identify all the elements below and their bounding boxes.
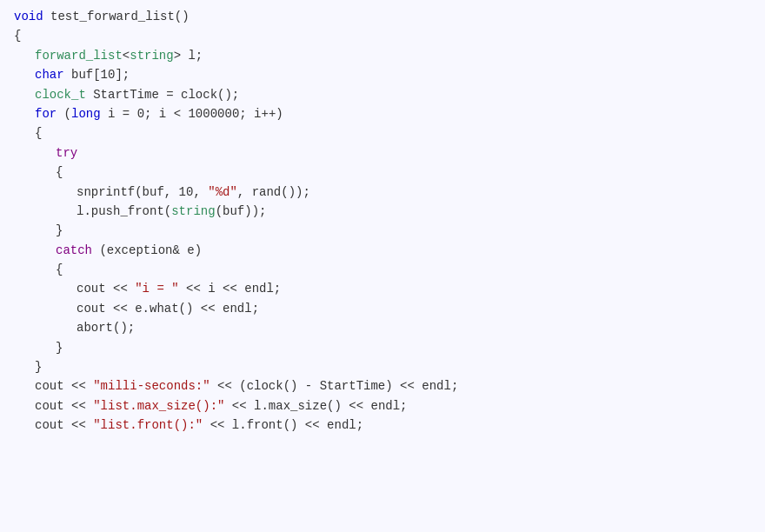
line-content: cout << "list.max_size():" << l.max_size… [14,396,751,416]
token: cout [35,399,64,413]
code-line: snprintf(buf, 10, "%d", rand()); [0,183,765,202]
token: string [130,49,173,63]
token: string [171,204,215,218]
line-content: forward_list<string> l; [14,46,751,65]
token: { [14,29,21,43]
token: , rand()); [237,185,310,199]
line-content: abort(); [14,318,751,337]
token: << l.max_size() << endl; [224,399,407,413]
line-content: clock_t StartTime = clock(); [14,85,751,104]
token: << e.what() << endl; [106,302,259,316]
code-line: cout << "list.max_size():" << l.max_size… [0,396,765,416]
line-content: } [14,357,751,376]
code-line: for (long i = 0; i < 1000000; i++) [0,104,765,123]
token: forward_list [35,49,123,63]
token: long [71,107,101,121]
token: << i << endl; [179,282,282,296]
token: << [106,282,136,296]
code-line: clock_t StartTime = clock(); [0,85,765,104]
code-line: { [0,123,765,143]
token: < [123,49,130,63]
token: i = 0; i < [101,107,189,121]
line-content: void test_forward_list() [14,7,751,26]
code-line: cout << "i = " << i << endl; [0,279,765,298]
token: cout [76,302,106,316]
line-content: cout << "i = " << i << endl; [14,279,751,298]
code-line: cout << "milli-seconds:" << (clock() - S… [0,376,765,396]
code-line: void test_forward_list() [0,7,765,26]
code-line: { [0,26,765,45]
line-content: { [14,123,751,143]
token: buf[10]; [64,68,130,82]
token: l.push_front( [76,204,171,218]
token: "list.max_size():" [93,399,224,413]
line-content: char buf[10]; [14,65,751,84]
line-content: { [14,163,751,182]
token: try [56,146,77,160]
token: clock_t [35,88,86,102]
code-line: l.push_front(string(buf)); [0,202,765,221]
line-content: cout << "list.front():" << l.front() << … [14,416,751,435]
code-line: forward_list<string> l; [0,46,765,65]
token: << [64,418,94,432]
token: { [35,126,42,140]
code-line: try [0,143,765,163]
token: abort(); [76,321,135,335]
code-line: cout << "list.front():" << l.front() << … [0,416,765,435]
token: << (clock() - StartTime) << endl; [210,379,459,393]
token: " [230,185,236,199]
token: cout [35,418,64,432]
token: { [56,165,63,179]
code-line: } [0,357,765,376]
token: for [35,107,57,121]
code-line: cout << e.what() << endl; [0,299,765,318]
token: << [64,399,94,413]
token: } [56,341,63,355]
token: %d [216,185,230,199]
token: snprintf(buf, 10, [76,185,208,199]
token: "milli-seconds:" [93,379,210,393]
line-content: cout << e.what() << endl; [14,299,751,318]
token: void [14,10,43,23]
token: > l; [174,49,203,63]
token: "i = " [135,282,178,296]
line-content: for (long i = 0; i < 1000000; i++) [14,104,751,123]
code-line: char buf[10]; [0,65,765,84]
code-line: abort(); [0,318,765,337]
token: cout [76,282,106,296]
token: ( [57,107,71,121]
line-content: snprintf(buf, 10, "%d", rand()); [14,183,751,202]
token: 1000000 [188,107,239,121]
token: ; i++) [239,107,283,121]
line-content: catch (exception& e) [14,241,751,260]
line-content: l.push_front(string(buf)); [14,202,751,221]
line-content: } [14,338,751,357]
token: (exception& e) [92,243,202,257]
token: char [35,68,64,82]
line-content: { [14,26,751,45]
token: << l.front() << endl; [203,418,363,432]
token: (buf)); [216,204,267,218]
token: test_forward_list() [43,10,190,23]
token: catch [56,243,92,257]
token: StartTime = clock(); [86,88,239,102]
token: } [35,360,42,374]
token: "list.front():" [93,418,203,432]
token: } [56,223,63,237]
code-line: } [0,221,765,240]
code-line: catch (exception& e) [0,241,765,260]
token: cout [35,379,64,393]
line-content: { [14,260,751,279]
token: << [64,379,94,393]
line-content: cout << "milli-seconds:" << (clock() - S… [14,376,751,396]
token: " [208,185,215,199]
line-content: try [14,143,751,163]
code-line: } [0,338,765,357]
token: { [56,263,63,276]
line-content: } [14,221,751,240]
code-container: void test_forward_list(){forward_list<st… [0,0,765,532]
code-line: { [0,260,765,279]
code-line: { [0,163,765,182]
